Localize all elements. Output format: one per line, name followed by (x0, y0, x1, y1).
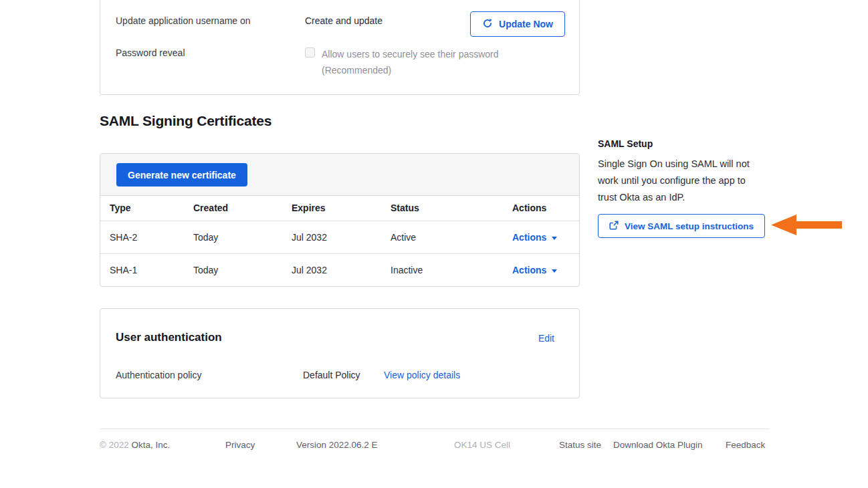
password-reveal-checkbox[interactable] (305, 47, 315, 57)
view-policy-details-link[interactable]: View policy details (384, 370, 460, 380)
cell-text: OK14 US Cell (454, 440, 510, 450)
app-settings-card: Update application username on Create an… (100, 0, 580, 95)
cert-status: Inactive (391, 253, 512, 286)
authentication-policy-label: Authentication policy (116, 370, 201, 380)
cert-expires: Jul 2032 (292, 221, 391, 253)
column-header-created: Created (193, 196, 292, 221)
checkbox-text: Allow users to securely see their passwo… (322, 46, 499, 62)
status-site-link[interactable]: Status site (559, 440, 601, 450)
edit-link[interactable]: Edit (538, 333, 554, 344)
feedback-link[interactable]: Feedback (726, 440, 765, 450)
download-okta-plugin-link[interactable]: Download Okta Plugin (613, 440, 703, 450)
table-row: SHA-1 Today Jul 2032 Inactive Actions (100, 253, 579, 286)
actions-label: Actions (512, 232, 546, 243)
column-header-status: Status (391, 196, 512, 221)
actions-dropdown[interactable]: Actions (512, 265, 557, 275)
update-now-button[interactable]: Update Now (470, 11, 565, 37)
username-update-value: Create and update (305, 14, 383, 27)
checkbox-note: (Recommended) (322, 62, 499, 78)
cert-created: Today (193, 221, 292, 253)
footer: © 2022 Okta, Inc. Privacy Version 2022.0… (100, 429, 770, 462)
column-header-actions: Actions (512, 196, 579, 221)
okta-admin-app-page: Update application username on Create an… (0, 0, 868, 488)
cert-status: Active (391, 221, 512, 253)
column-header-expires: Expires (292, 196, 391, 221)
authentication-policy-value: Default Policy (303, 370, 360, 380)
certificates-table: Type Created Expires Status Actions SHA-… (100, 196, 579, 286)
table-header-row: Type Created Expires Status Actions (100, 196, 579, 221)
actions-dropdown[interactable]: Actions (512, 232, 557, 243)
user-authentication-heading: User authentication (116, 331, 222, 344)
saml-setup-panel: SAML Setup Single Sign On using SAML wil… (598, 138, 765, 149)
cert-created: Today (193, 253, 292, 286)
view-saml-setup-instructions-label: View SAML setup instructions (625, 221, 754, 231)
view-saml-setup-instructions-button[interactable]: View SAML setup instructions (598, 214, 765, 238)
cert-expires: Jul 2032 (292, 253, 391, 286)
refresh-icon (482, 18, 493, 31)
user-authentication-card: User authentication Edit Authentication … (100, 308, 580, 398)
caret-down-icon (552, 237, 557, 240)
column-header-type: Type (100, 196, 193, 221)
actions-label: Actions (512, 265, 546, 275)
saml-setup-heading: SAML Setup (598, 138, 765, 149)
generate-new-certificate-button[interactable]: Generate new certificate (116, 163, 247, 187)
copyright: © 2022 Okta, Inc. (100, 440, 170, 450)
table-row: SHA-2 Today Jul 2032 Active Actions (100, 221, 579, 253)
annotation-arrow-left-icon (771, 215, 842, 235)
certificates-table-card: Generate new certificate Type Created Ex… (100, 153, 580, 287)
cert-type: SHA-2 (100, 221, 193, 253)
password-reveal-description: Allow users to securely see their passwo… (322, 46, 499, 78)
saml-setup-description: Single Sign On using SAML will not work … (598, 156, 764, 206)
privacy-link[interactable]: Privacy (225, 440, 255, 450)
update-now-label: Update Now (499, 19, 553, 29)
copyright-year: © 2022 (100, 440, 129, 450)
caret-down-icon (552, 269, 557, 273)
password-reveal-label: Password reveal (116, 46, 185, 59)
company-name: Okta, Inc. (132, 440, 171, 450)
username-update-label: Update application username on (116, 14, 251, 27)
cert-type: SHA-1 (100, 253, 193, 286)
saml-signing-certificates-heading: SAML Signing Certificates (100, 113, 272, 129)
table-toolbar: Generate new certificate (100, 154, 579, 196)
external-link-icon (609, 221, 619, 232)
version-text: Version 2022.06.2 E (296, 440, 378, 450)
